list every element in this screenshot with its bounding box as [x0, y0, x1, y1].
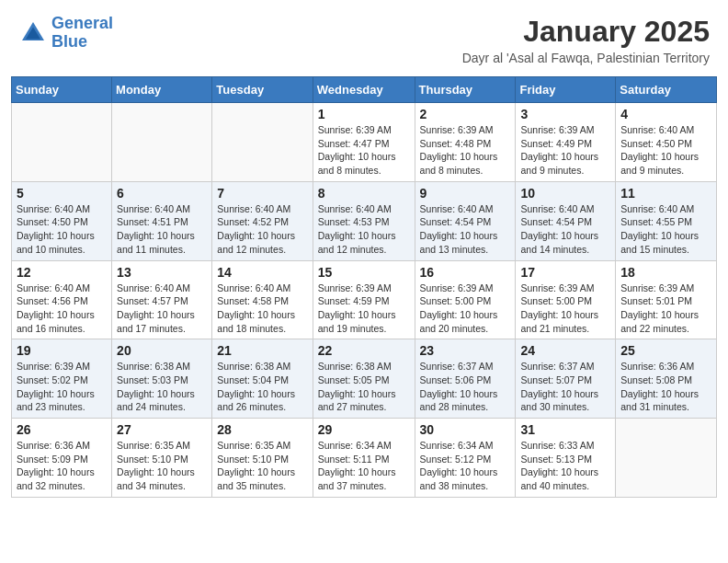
- cell-info-text: Sunrise: 6:40 AM Sunset: 4:50 PM Dayligh…: [620, 123, 711, 178]
- calendar-cell: 3Sunrise: 6:39 AM Sunset: 4:49 PM Daylig…: [516, 103, 616, 182]
- calendar-cell: 16Sunrise: 6:39 AM Sunset: 5:00 PM Dayli…: [415, 260, 516, 339]
- cell-info-text: Sunrise: 6:39 AM Sunset: 4:48 PM Dayligh…: [420, 123, 511, 178]
- cell-date-number: 6: [117, 186, 207, 201]
- cell-date-number: 10: [520, 186, 610, 201]
- calendar-cell: 26Sunrise: 6:36 AM Sunset: 5:09 PM Dayli…: [12, 419, 112, 498]
- calendar-week-row: 1Sunrise: 6:39 AM Sunset: 4:47 PM Daylig…: [12, 103, 717, 182]
- cell-date-number: 17: [520, 265, 610, 280]
- cell-date-number: 22: [318, 343, 410, 358]
- cell-date-number: 31: [520, 422, 610, 437]
- calendar-cell: 15Sunrise: 6:39 AM Sunset: 4:59 PM Dayli…: [313, 260, 415, 339]
- cell-date-number: 4: [620, 107, 711, 121]
- calendar-cell: [12, 103, 112, 182]
- calendar-cell: [212, 103, 313, 182]
- cell-date-number: 21: [217, 343, 307, 358]
- calendar-cell: 25Sunrise: 6:36 AM Sunset: 5:08 PM Dayli…: [616, 339, 717, 419]
- calendar-week-row: 5Sunrise: 6:40 AM Sunset: 4:50 PM Daylig…: [12, 181, 717, 260]
- cell-date-number: 20: [117, 343, 207, 358]
- cell-date-number: 28: [217, 422, 307, 437]
- calendar-cell: 11Sunrise: 6:40 AM Sunset: 4:55 PM Dayli…: [616, 181, 717, 260]
- cell-info-text: Sunrise: 6:39 AM Sunset: 5:02 PM Dayligh…: [17, 360, 107, 414]
- day-header-wednesday: Wednesday: [313, 77, 415, 103]
- cell-info-text: Sunrise: 6:39 AM Sunset: 4:47 PM Dayligh…: [318, 123, 410, 178]
- cell-info-text: Sunrise: 6:40 AM Sunset: 4:54 PM Dayligh…: [420, 202, 511, 257]
- cell-info-text: Sunrise: 6:40 AM Sunset: 4:52 PM Dayligh…: [217, 202, 307, 257]
- cell-date-number: 27: [117, 422, 207, 437]
- calendar-table: SundayMondayTuesdayWednesdayThursdayFrid…: [11, 76, 717, 498]
- cell-info-text: Sunrise: 6:35 AM Sunset: 5:10 PM Dayligh…: [217, 439, 307, 493]
- calendar-cell: 23Sunrise: 6:37 AM Sunset: 5:06 PM Dayli…: [415, 339, 516, 419]
- calendar-cell: 2Sunrise: 6:39 AM Sunset: 4:48 PM Daylig…: [415, 103, 516, 182]
- cell-info-text: Sunrise: 6:39 AM Sunset: 5:01 PM Dayligh…: [620, 282, 711, 336]
- cell-date-number: 18: [620, 265, 711, 280]
- calendar-cell: 17Sunrise: 6:39 AM Sunset: 5:00 PM Dayli…: [516, 260, 616, 339]
- cell-date-number: 11: [620, 186, 711, 201]
- cell-info-text: Sunrise: 6:40 AM Sunset: 4:51 PM Dayligh…: [117, 202, 207, 257]
- calendar-cell: 4Sunrise: 6:40 AM Sunset: 4:50 PM Daylig…: [616, 103, 717, 182]
- calendar-week-row: 26Sunrise: 6:36 AM Sunset: 5:09 PM Dayli…: [12, 419, 717, 498]
- day-header-tuesday: Tuesday: [212, 77, 313, 103]
- cell-info-text: Sunrise: 6:36 AM Sunset: 5:09 PM Dayligh…: [17, 439, 107, 493]
- cell-date-number: 7: [217, 186, 307, 201]
- calendar-header-row: SundayMondayTuesdayWednesdayThursdayFrid…: [12, 77, 717, 103]
- cell-info-text: Sunrise: 6:39 AM Sunset: 5:00 PM Dayligh…: [420, 282, 511, 336]
- calendar-cell: 9Sunrise: 6:40 AM Sunset: 4:54 PM Daylig…: [415, 181, 516, 260]
- calendar-cell: [616, 419, 717, 498]
- cell-date-number: 13: [117, 265, 207, 280]
- calendar-cell: 27Sunrise: 6:35 AM Sunset: 5:10 PM Dayli…: [112, 419, 212, 498]
- cell-date-number: 1: [318, 107, 410, 121]
- calendar-cell: 1Sunrise: 6:39 AM Sunset: 4:47 PM Daylig…: [313, 103, 415, 182]
- cell-info-text: Sunrise: 6:39 AM Sunset: 5:00 PM Dayligh…: [520, 282, 610, 336]
- calendar-cell: 12Sunrise: 6:40 AM Sunset: 4:56 PM Dayli…: [12, 260, 112, 339]
- calendar-cell: 29Sunrise: 6:34 AM Sunset: 5:11 PM Dayli…: [313, 419, 415, 498]
- cell-info-text: Sunrise: 6:39 AM Sunset: 4:59 PM Dayligh…: [318, 282, 410, 336]
- page-title: January 2025: [462, 15, 710, 49]
- cell-date-number: 5: [17, 186, 107, 201]
- calendar-cell: 8Sunrise: 6:40 AM Sunset: 4:53 PM Daylig…: [313, 181, 415, 260]
- cell-date-number: 8: [318, 186, 410, 201]
- calendar-week-row: 19Sunrise: 6:39 AM Sunset: 5:02 PM Dayli…: [12, 339, 717, 419]
- day-header-friday: Friday: [516, 77, 616, 103]
- cell-date-number: 14: [217, 265, 307, 280]
- cell-date-number: 24: [520, 343, 610, 358]
- cell-info-text: Sunrise: 6:38 AM Sunset: 5:05 PM Dayligh…: [318, 360, 410, 414]
- cell-info-text: Sunrise: 6:38 AM Sunset: 5:03 PM Dayligh…: [117, 360, 207, 414]
- cell-info-text: Sunrise: 6:38 AM Sunset: 5:04 PM Dayligh…: [217, 360, 307, 414]
- calendar-cell: 20Sunrise: 6:38 AM Sunset: 5:03 PM Dayli…: [112, 339, 212, 419]
- calendar-cell: 31Sunrise: 6:33 AM Sunset: 5:13 PM Dayli…: [516, 419, 616, 498]
- cell-info-text: Sunrise: 6:36 AM Sunset: 5:08 PM Dayligh…: [620, 360, 711, 414]
- cell-info-text: Sunrise: 6:39 AM Sunset: 4:49 PM Dayligh…: [520, 123, 610, 178]
- cell-info-text: Sunrise: 6:40 AM Sunset: 4:57 PM Dayligh…: [117, 282, 207, 336]
- cell-date-number: 26: [17, 422, 107, 437]
- calendar-cell: 30Sunrise: 6:34 AM Sunset: 5:12 PM Dayli…: [415, 419, 516, 498]
- cell-date-number: 19: [17, 343, 107, 358]
- cell-info-text: Sunrise: 6:34 AM Sunset: 5:12 PM Dayligh…: [420, 439, 511, 493]
- cell-info-text: Sunrise: 6:33 AM Sunset: 5:13 PM Dayligh…: [520, 439, 610, 493]
- calendar-cell: 24Sunrise: 6:37 AM Sunset: 5:07 PM Dayli…: [516, 339, 616, 419]
- day-header-thursday: Thursday: [415, 77, 516, 103]
- calendar-cell: 22Sunrise: 6:38 AM Sunset: 5:05 PM Dayli…: [313, 339, 415, 419]
- cell-info-text: Sunrise: 6:40 AM Sunset: 4:53 PM Dayligh…: [318, 202, 410, 257]
- cell-date-number: 15: [318, 265, 410, 280]
- calendar-cell: 21Sunrise: 6:38 AM Sunset: 5:04 PM Dayli…: [212, 339, 313, 419]
- day-header-monday: Monday: [112, 77, 212, 103]
- calendar-cell: 6Sunrise: 6:40 AM Sunset: 4:51 PM Daylig…: [112, 181, 212, 260]
- cell-info-text: Sunrise: 6:40 AM Sunset: 4:58 PM Dayligh…: [217, 282, 307, 336]
- calendar-cell: 18Sunrise: 6:39 AM Sunset: 5:01 PM Dayli…: [616, 260, 717, 339]
- cell-date-number: 3: [520, 107, 610, 121]
- calendar-cell: 19Sunrise: 6:39 AM Sunset: 5:02 PM Dayli…: [12, 339, 112, 419]
- cell-date-number: 30: [420, 422, 511, 437]
- calendar-week-row: 12Sunrise: 6:40 AM Sunset: 4:56 PM Dayli…: [12, 260, 717, 339]
- title-area: January 2025 Dayr al 'Asal al Fawqa, Pal…: [462, 15, 710, 65]
- calendar-cell: [112, 103, 212, 182]
- cell-info-text: Sunrise: 6:40 AM Sunset: 4:50 PM Dayligh…: [17, 202, 107, 257]
- calendar-cell: 28Sunrise: 6:35 AM Sunset: 5:10 PM Dayli…: [212, 419, 313, 498]
- day-header-sunday: Sunday: [12, 77, 112, 103]
- cell-info-text: Sunrise: 6:37 AM Sunset: 5:06 PM Dayligh…: [420, 360, 511, 414]
- cell-date-number: 29: [318, 422, 410, 437]
- page-header: General Blue January 2025 Dayr al 'Asal …: [0, 0, 728, 73]
- day-header-saturday: Saturday: [616, 77, 717, 103]
- cell-date-number: 23: [420, 343, 511, 358]
- cell-date-number: 25: [620, 343, 711, 358]
- cell-info-text: Sunrise: 6:35 AM Sunset: 5:10 PM Dayligh…: [117, 439, 207, 493]
